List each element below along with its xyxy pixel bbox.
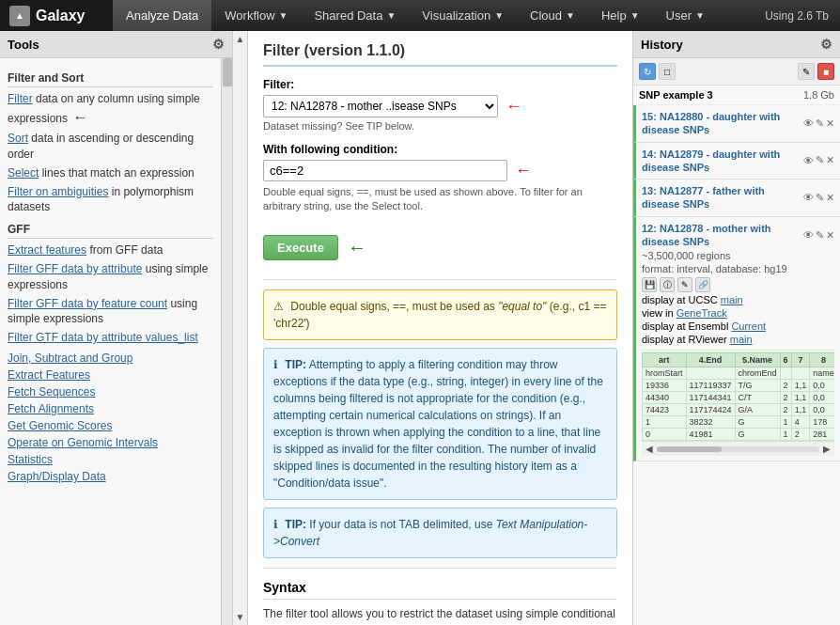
center-scroll-up[interactable]: ▲ [236, 31, 245, 47]
filter-gff-count-link[interactable]: Filter GFF data by feature count [8, 297, 167, 310]
hist-13-delete-icon[interactable]: ✕ [826, 192, 834, 204]
nav-cloud[interactable]: Cloud ▼ [517, 0, 588, 31]
help-caret: ▼ [630, 10, 640, 21]
operate-genomic-intervals-link[interactable]: Operate on Genomic Intervals [8, 436, 213, 449]
nav-visualization[interactable]: Visualization ▼ [409, 0, 517, 31]
ensembl-link[interactable]: Current [731, 320, 766, 332]
history-panel: History ⚙ ↻ □ ✎ ■ SNP example 3 1.8 Gb [633, 31, 840, 625]
statistics-link[interactable]: Statistics [8, 453, 213, 466]
history-settings-icon[interactable]: ⚙ [820, 37, 832, 52]
hist-12-genetrack-link: view in GeneTrack [642, 307, 834, 319]
hist-12-edit-icon[interactable]: ✎ [816, 229, 824, 242]
history-header: History ⚙ [633, 31, 840, 58]
join-subtract-group-link[interactable]: Join, Subtract and Group [8, 352, 213, 365]
hist-entry-14-title[interactable]: 14: NA12879 - daughter with disease SNPs [642, 148, 803, 175]
hist-entry-14-header: 14: NA12879 - daughter with disease SNPs… [642, 148, 834, 175]
workflow-caret: ▼ [279, 10, 288, 21]
tools-scroll-thumb[interactable] [223, 58, 232, 86]
fetch-alignments-link[interactable]: Fetch Alignments [8, 402, 213, 415]
shared-data-caret: ▼ [386, 10, 396, 21]
hist-14-delete-icon[interactable]: ✕ [826, 154, 834, 166]
hist-12-delete-icon[interactable]: ✕ [826, 229, 834, 242]
ucsc-main-link[interactable]: main [721, 294, 743, 305]
hist-12-region-count: ~3,500,000 regions [642, 250, 834, 261]
nav-help[interactable]: Help ▼ [588, 0, 653, 31]
dataset-select[interactable]: 12: NA12878 - mother ..isease SNPs [263, 95, 498, 117]
rviewer-link[interactable]: main [730, 334, 753, 345]
history-top-bar: ↻ □ ✎ ■ [633, 58, 840, 86]
filter-gff-attribute-link[interactable]: Filter GFF data by attribute [8, 262, 142, 275]
hist-13-eye-icon[interactable]: 👁 [803, 192, 814, 203]
filter-ambiguities-link[interactable]: Filter on ambiguities [8, 185, 108, 198]
nav-analyze-data[interactable]: Analyze Data [113, 0, 211, 31]
hist-entry-13-icons: 👁 ✎ ✕ [803, 192, 834, 204]
hist-12-link-icon[interactable]: 🔗 [695, 277, 710, 292]
hist-entry-15-icons: 👁 ✎ ✕ [803, 117, 834, 130]
hist-14-edit-icon[interactable]: ✎ [816, 154, 824, 166]
nav-shared-data[interactable]: Shared Data ▼ [301, 0, 409, 31]
table-scroll-right[interactable]: ▶ [823, 444, 831, 454]
warning-box: ⚠ Double equal signs, ==, must be used a… [263, 289, 617, 340]
extract-features-nav-link[interactable]: Extract Features [8, 368, 213, 382]
filter-gff-count-item: Filter GFF data by feature count using s… [8, 296, 213, 328]
hist-13-edit-icon[interactable]: ✎ [816, 192, 824, 204]
hist-entry-12-title[interactable]: 12: NA12878 - mother with disease SNPs [642, 222, 803, 249]
extract-features-link[interactable]: Extract features [8, 243, 86, 257]
hist-12-eye-icon[interactable]: 👁 [803, 229, 814, 241]
col-8: 8 [810, 353, 834, 367]
nav-workflow[interactable]: Workflow ▼ [211, 0, 301, 31]
history-delete-icon[interactable]: □ [659, 63, 676, 80]
hist-entry-12-icons: 👁 ✎ ✕ [803, 229, 834, 242]
history-copy-icon[interactable]: ■ [817, 63, 834, 80]
missing-tip: Dataset missing? See TIP below. [263, 120, 617, 132]
table-scroll-bar: ◀ ▶ [642, 441, 834, 456]
hist-15-delete-icon[interactable]: ✕ [826, 117, 834, 130]
logo-text: Galaxy [36, 8, 85, 24]
extract-features-item: Extract features from GFF data [8, 242, 213, 258]
top-navigation: ▲ Galaxy Analyze Data Workflow ▼ Shared … [0, 0, 840, 31]
execute-button[interactable]: Execute [263, 235, 338, 260]
tools-header: Tools ⚙ [0, 31, 232, 58]
condition-input[interactable] [263, 160, 507, 181]
history-right-icons: ✎ ■ [798, 63, 834, 80]
hist-entry-15-title[interactable]: 15: NA12880 - daughter with disease SNPs [642, 110, 803, 137]
tools-settings-icon[interactable]: ⚙ [212, 37, 225, 52]
history-edit-icon[interactable]: ✎ [798, 63, 815, 80]
filter-arrow: ← [72, 109, 87, 125]
col-art: art [643, 353, 687, 367]
filter-link[interactable]: Filter [8, 92, 33, 105]
get-genomic-scores-link[interactable]: Get Genomic Scores [8, 419, 213, 432]
graph-display-link[interactable]: Graph/Display Data [8, 470, 213, 483]
filter-gtf-link[interactable]: Filter GTF data by attribute values_list [8, 331, 198, 344]
history-entry-12: 12: NA12878 - mother with disease SNPs 👁… [633, 217, 840, 462]
hist-12-save-icon[interactable]: 💾 [642, 277, 657, 292]
hist-12-format: format: interval, database: hg19 [642, 263, 834, 274]
condition-arrow: ← [515, 161, 532, 180]
hist-entry-12-header: 12: NA12878 - mother with disease SNPs 👁… [642, 222, 834, 249]
condition-form-group: With following condition: ← Double equal… [263, 143, 617, 214]
hist-15-eye-icon[interactable]: 👁 [803, 117, 814, 129]
gff-section: GFF [8, 223, 213, 239]
center-scroll-down[interactable]: ▼ [236, 609, 245, 625]
sort-link[interactable]: Sort [8, 132, 28, 145]
select-link[interactable]: Select [8, 166, 39, 180]
filter-tool-item: Filter data on any column using simple e… [8, 91, 213, 128]
hist-entry-13-title[interactable]: 13: NA12877 - father with disease SNPs [642, 184, 803, 211]
col-6: 6 [780, 353, 791, 367]
history-name: SNP example 3 [639, 89, 713, 101]
hist-12-info-icon[interactable]: ⓘ [660, 277, 675, 292]
history-refresh-icon[interactable]: ↻ [639, 63, 656, 80]
hist-15-edit-icon[interactable]: ✎ [816, 117, 824, 130]
logo-container: ▲ Galaxy [0, 0, 113, 31]
hist-entry-13-header: 13: NA12877 - father with disease SNPs 👁… [642, 184, 834, 211]
fetch-sequences-link[interactable]: Fetch Sequences [8, 385, 213, 398]
hist-12-chart-icon[interactable]: ✎ [677, 277, 692, 292]
info-box-2: ℹ TIP: If your data is not TAB delimited… [263, 508, 617, 558]
tools-scrollbar[interactable] [221, 58, 232, 625]
genetrack-link[interactable]: GeneTrack [677, 307, 727, 319]
table-scroll-left[interactable]: ◀ [646, 444, 653, 454]
nav-user[interactable]: User ▼ [653, 0, 718, 31]
hist-14-eye-icon[interactable]: 👁 [803, 155, 814, 166]
divider-2 [263, 568, 617, 569]
hist-entry-15-header: 15: NA12880 - daughter with disease SNPs… [642, 110, 834, 137]
